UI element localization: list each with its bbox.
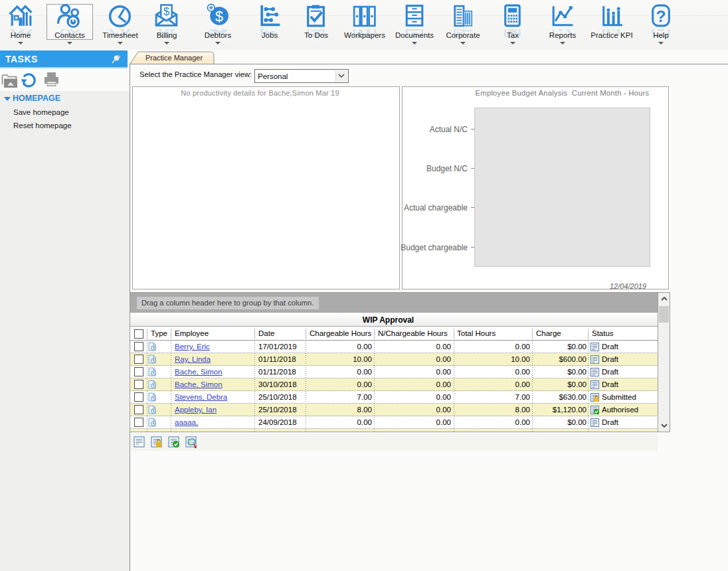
svg-text:$: $ — [163, 5, 169, 17]
svg-text:?: ? — [656, 7, 666, 25]
svg-text:$: $ — [215, 9, 223, 25]
